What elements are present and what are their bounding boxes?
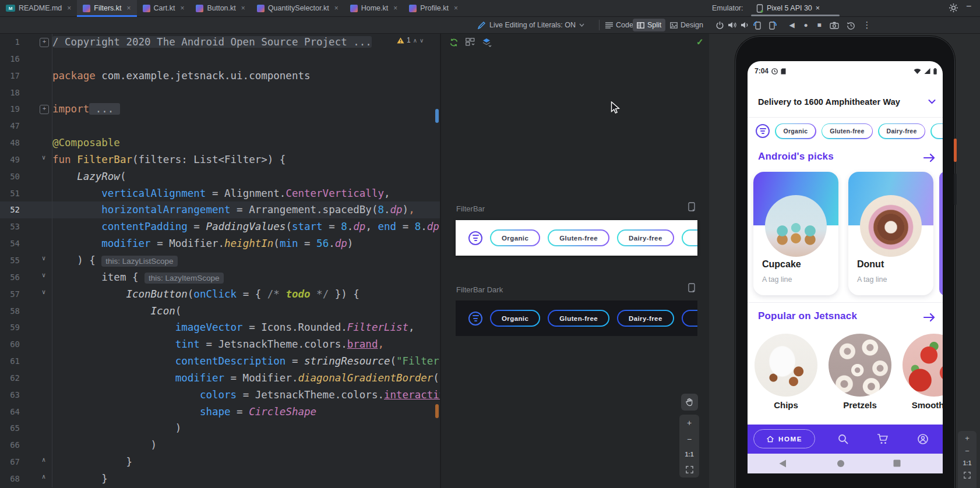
close-tab-icon[interactable]: ×	[67, 4, 71, 12]
close-tab-icon[interactable]: ×	[454, 4, 458, 12]
zoom-in-button[interactable]: +	[687, 419, 692, 427]
code-line-52[interactable]: 52 horizontalArrangement = Arrangement.s…	[0, 201, 440, 218]
home-button-icon[interactable]: ●	[799, 19, 812, 31]
code-line-17[interactable]: 17package com.example.jetsnack.ui.compon…	[0, 68, 440, 84]
code-line-47[interactable]: 47	[0, 118, 440, 135]
filter-chip-Gluten-free[interactable]: Gluten-free	[548, 229, 609, 246]
code-line-1[interactable]: 1+/ Copyright 2020 The Android Open Sour…	[0, 34, 440, 51]
nav-cart-icon[interactable]	[877, 433, 889, 445]
fold-marker[interactable]: ∨	[40, 255, 48, 263]
zoom-to-fit-icon[interactable]	[686, 466, 693, 473]
close-emulator-tab-icon[interactable]: ×	[816, 4, 820, 12]
editor-tab-Filters.kt[interactable]: Filters.kt×	[77, 0, 136, 16]
filter-icon[interactable]	[468, 231, 482, 245]
code-line-67[interactable]: 67∧ }	[0, 454, 440, 471]
zoom-actual-size-button[interactable]: 1:1	[685, 451, 693, 458]
code-line-56[interactable]: 56∨ item { this: LazyItemScope	[0, 269, 440, 286]
filter-icon[interactable]	[468, 312, 482, 326]
filter-icon[interactable]	[756, 124, 770, 138]
filter-chip-Organic[interactable]: Organic	[490, 229, 540, 246]
close-tab-icon[interactable]: ×	[334, 4, 339, 12]
zoom-in-button[interactable]: +	[965, 434, 970, 442]
nav-search-icon[interactable]	[837, 433, 849, 445]
code-line-61[interactable]: 61 contentDescription = stringResource("…	[0, 353, 440, 370]
smoothies-image[interactable]	[903, 334, 943, 397]
zoom-actual-size-button[interactable]: 1:1	[963, 460, 971, 466]
code-line-59[interactable]: 59 imageVector = Icons.Rounded.FilterLis…	[0, 319, 440, 336]
section-arrow-icon[interactable]	[923, 313, 936, 322]
code-line-60[interactable]: 60 tint = JetsnackTheme.colors.brand,	[0, 336, 440, 353]
fold-marker[interactable]: +	[40, 105, 49, 114]
snack-card-Cupcake[interactable]: CupcakeA tag line	[753, 172, 838, 295]
screenshot-camera-icon[interactable]	[828, 19, 841, 31]
app-filter-chip-partial[interactable]	[930, 123, 943, 139]
nav-home-button[interactable]: HOME	[753, 429, 815, 448]
next-issue-icon[interactable]: ∨	[420, 37, 424, 44]
snack-card-Donut[interactable]: DonutA tag line	[848, 172, 933, 295]
code-line-50[interactable]: 50 LazyRow(	[0, 168, 440, 185]
editor-tab-Profile.kt[interactable]: Profile.kt×	[403, 0, 464, 16]
fold-marker[interactable]: +	[40, 38, 49, 47]
minimize-panel-icon[interactable]: −	[966, 1, 971, 12]
inspections-widget[interactable]: 1 ∧ ∨	[397, 36, 424, 44]
mode-design-button[interactable]: Design	[666, 19, 707, 31]
app-filter-chip-Organic[interactable]: Organic	[775, 123, 816, 139]
snapshot-restore-icon[interactable]	[844, 19, 857, 31]
pan-tool-button[interactable]	[681, 394, 698, 411]
fold-marker[interactable]: ∨	[40, 272, 48, 280]
fold-marker[interactable]: ∧	[40, 473, 48, 482]
zoom-to-fit-icon[interactable]	[964, 472, 971, 479]
android-home-icon[interactable]	[837, 459, 845, 468]
filter-chip-partial[interactable]	[682, 310, 697, 327]
zoom-out-button[interactable]: −	[965, 447, 970, 455]
code-line-68[interactable]: 68∧ }	[0, 471, 440, 487]
fold-marker[interactable]: ∨	[40, 154, 48, 162]
more-options-icon[interactable]: ⋮	[861, 19, 873, 31]
code-line-65[interactable]: 65 )	[0, 420, 440, 437]
code-line-19[interactable]: 19+import ...	[0, 101, 440, 118]
nav-profile-icon[interactable]	[917, 433, 929, 445]
code-line-54[interactable]: 54 modifier = Modifier.heightIn(min = 56…	[0, 235, 440, 252]
delivery-address-selector[interactable]: Delivery to 1600 Amphitheater Way	[758, 95, 936, 109]
prev-issue-icon[interactable]: ∧	[413, 37, 417, 44]
gear-icon[interactable]	[949, 3, 958, 13]
live-edit-dropdown[interactable]: Live Editing of Literals: ON	[478, 19, 584, 31]
rotate-right-icon[interactable]	[766, 19, 779, 31]
emulator-power-button[interactable]	[713, 19, 726, 31]
chips-image[interactable]	[755, 334, 817, 397]
deploy-preview-icon[interactable]	[688, 202, 695, 211]
editor-tab-QuantitySelector.kt[interactable]: QuantitySelector.kt×	[251, 0, 344, 16]
pretzels-image[interactable]	[829, 334, 891, 397]
android-overview-icon[interactable]	[893, 459, 901, 467]
editor-tab-README.md[interactable]: MREADME.md×	[0, 0, 77, 16]
editor-tab-Cart.kt[interactable]: Cart.kt×	[137, 0, 191, 16]
filter-chip-Organic[interactable]: Organic	[490, 310, 540, 327]
code-line-48[interactable]: 48@Composable	[0, 135, 440, 151]
code-line-66[interactable]: 66 )	[0, 437, 440, 454]
filter-chip-partial[interactable]	[682, 229, 697, 246]
editor-tab-Button.kt[interactable]: Button.kt×	[190, 0, 251, 16]
code-line-53[interactable]: 53 contentPadding = PaddingValues(start …	[0, 218, 440, 235]
code-line-49[interactable]: 49∨fun FilterBar(filters: List<Filter>) …	[0, 151, 440, 168]
code-line-16[interactable]: 16	[0, 51, 440, 68]
close-tab-icon[interactable]: ×	[241, 4, 245, 12]
code-editor[interactable]: 1+/ Copyright 2020 The Android Open Sour…	[0, 34, 440, 488]
refresh-preview-icon[interactable]	[449, 38, 459, 47]
code-line-64[interactable]: 64 shape = CircleShape	[0, 404, 440, 420]
android-back-icon[interactable]	[779, 459, 787, 468]
code-line-63[interactable]: 63 colors = JetsnackTheme.colors.interac…	[0, 387, 440, 404]
editor-tab-Home.kt[interactable]: Home.kt×	[344, 0, 404, 16]
jetsnack-app-screen[interactable]: 7:04 Delivery to 1600 Amphitheater Way O…	[748, 61, 943, 473]
volume-up-icon[interactable]	[726, 19, 739, 31]
filter-chip-Dairy-free[interactable]: Dairy-free	[617, 229, 674, 246]
code-line-18[interactable]: 18	[0, 84, 440, 101]
code-line-55[interactable]: 55∨ ) { this: LazyListScope	[0, 252, 440, 269]
code-line-58[interactable]: 58 Icon(	[0, 303, 440, 320]
fold-marker[interactable]: ∧	[40, 457, 48, 465]
deploy-preview-icon[interactable]	[688, 283, 695, 292]
code-line-57[interactable]: 57∨ IconButton(onClick = { /* todo */ })…	[0, 286, 440, 303]
mode-split-button[interactable]: Split	[633, 19, 665, 31]
overview-button-icon[interactable]: ■	[813, 19, 826, 31]
close-tab-icon[interactable]: ×	[180, 4, 184, 12]
code-line-62[interactable]: 62 modifier = Modifier.diagonalGradientB…	[0, 370, 440, 387]
